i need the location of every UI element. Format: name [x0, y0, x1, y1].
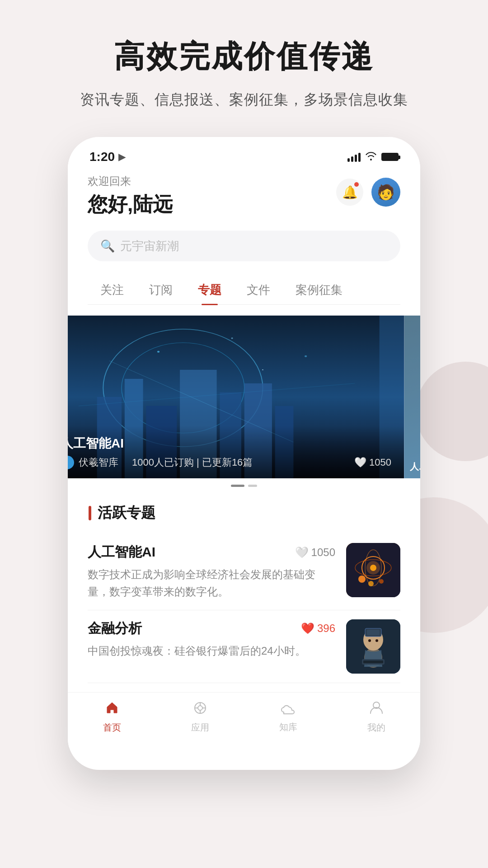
topic-text-finance: 金融分析 ❤️ 396 中国创投惊魂夜：硅谷银行爆雷后的24小时。: [88, 619, 335, 660]
tab-subscribe[interactable]: 订阅: [136, 276, 185, 304]
svg-point-23: [358, 576, 366, 583]
avatar-image: 🧑: [371, 178, 400, 207]
featured-tag: 人工智能AI: [68, 435, 391, 452]
user-avatar[interactable]: 🧑: [371, 178, 400, 207]
tab-case[interactable]: 案例征集: [283, 276, 355, 304]
nav-apps-label: 应用: [191, 722, 209, 734]
phone-mockup: 1:20 ▶: [68, 137, 420, 770]
nav-mine[interactable]: 我的: [332, 701, 420, 734]
author-avatar: [68, 456, 74, 469]
person-icon: [370, 701, 383, 719]
svg-rect-34: [363, 660, 383, 663]
topic-likes-ai: 🤍 1050: [295, 546, 335, 559]
topic-thumb-finance: [346, 619, 400, 674]
nav-home-label: 首页: [103, 722, 121, 734]
status-time: 1:20 ▶: [89, 150, 125, 164]
heart-icon-finance: ❤️: [301, 622, 314, 635]
nav-mine-label: 我的: [367, 722, 385, 734]
topic-thumb-ai: [346, 543, 400, 597]
svg-point-20: [370, 565, 376, 571]
dot-1: [231, 485, 244, 487]
cloud-icon: [281, 701, 296, 718]
topic-desc-finance: 中国创投惊魂夜：硅谷银行爆雷后的24小时。: [88, 642, 335, 660]
content-tabs: 关注 订阅 专题 文件 案例征集: [88, 276, 400, 305]
heart-icon-ai: 🤍: [295, 546, 309, 559]
status-bar: 1:20 ▶: [68, 137, 420, 170]
welcome-name: 您好,陆远: [88, 191, 173, 218]
svg-point-30: [368, 639, 371, 642]
tab-topic[interactable]: 专题: [185, 276, 234, 304]
carousel-indicators: [68, 478, 420, 491]
status-icons: [347, 151, 399, 163]
featured-section: 人工智能AI 伏羲智库 1000人已订购 | 已更新16篇 🤍 1050: [68, 316, 420, 491]
search-placeholder: 元宇宙新潮: [120, 238, 179, 254]
page-main-title: 高效完成价值传递: [114, 36, 374, 77]
featured-card[interactable]: 人工智能AI 伏羲智库 1000人已订购 | 已更新16篇 🤍 1050: [68, 316, 404, 478]
topic-title-ai: 人工智能AI: [88, 543, 155, 561]
featured-overlay: 人工智能AI 伏羲智库 1000人已订购 | 已更新16篇 🤍 1050: [68, 426, 404, 478]
svg-point-15: [262, 369, 263, 370]
home-icon: [105, 701, 119, 719]
section-accent: [89, 506, 91, 520]
tab-file[interactable]: 文件: [234, 276, 283, 304]
welcome-label: 欢迎回来: [88, 174, 173, 189]
nav-knowledge-label: 知库: [279, 721, 297, 733]
featured-likes: 🤍 1050: [354, 457, 391, 468]
svg-rect-29: [367, 630, 380, 635]
svg-point-25: [379, 579, 384, 584]
dot-2: [248, 485, 257, 487]
page-sub-title: 资讯专题、信息报送、案例征集，多场景信息收集: [80, 90, 408, 110]
topic-item-ai[interactable]: 人工智能AI 🤍 1050 数字技术正成为影响全球经济社会发展的基础变量，数字变…: [88, 534, 400, 610]
svg-point-36: [198, 706, 202, 710]
card-peek: 人...: [404, 316, 420, 478]
featured-author: 伏羲智库 1000人已订购 | 已更新16篇: [68, 456, 253, 469]
topic-desc-ai: 数字技术正成为影响全球经济社会发展的基础变量，数字变革带来的数字化。: [88, 566, 335, 601]
svg-point-12: [157, 351, 160, 353]
welcome-section: 欢迎回来 您好,陆远 🔔 🧑: [88, 174, 400, 218]
topic-likes-finance: ❤️ 396: [301, 622, 335, 635]
notification-button[interactable]: 🔔: [336, 179, 363, 206]
battery-icon: [381, 153, 399, 161]
svg-point-14: [305, 355, 307, 357]
search-icon: 🔍: [100, 239, 115, 253]
notification-dot: [354, 182, 359, 187]
search-bar[interactable]: 🔍 元宇宙新潮: [88, 231, 400, 261]
apps-icon: [193, 701, 207, 719]
svg-point-31: [375, 639, 378, 642]
topic-text-ai: 人工智能AI 🤍 1050 数字技术正成为影响全球经济社会发展的基础变量，数字变…: [88, 543, 335, 601]
signal-icon: [347, 152, 361, 162]
tab-follow[interactable]: 关注: [88, 276, 136, 304]
nav-knowledge[interactable]: 知库: [244, 701, 332, 734]
bottom-navigation: 首页 应用: [68, 692, 420, 747]
nav-apps[interactable]: 应用: [156, 701, 244, 734]
location-icon: ▶: [118, 151, 125, 162]
nav-home[interactable]: 首页: [68, 701, 156, 734]
section-title: 活跃专题: [88, 503, 400, 523]
wifi-icon: [365, 151, 377, 163]
svg-point-13: [231, 338, 233, 339]
topic-item-finance[interactable]: 金融分析 ❤️ 396 中国创投惊魂夜：硅谷银行爆雷后的24小时。: [88, 610, 400, 683]
topic-title-finance: 金融分析: [88, 619, 142, 638]
svg-point-24: [368, 581, 374, 586]
